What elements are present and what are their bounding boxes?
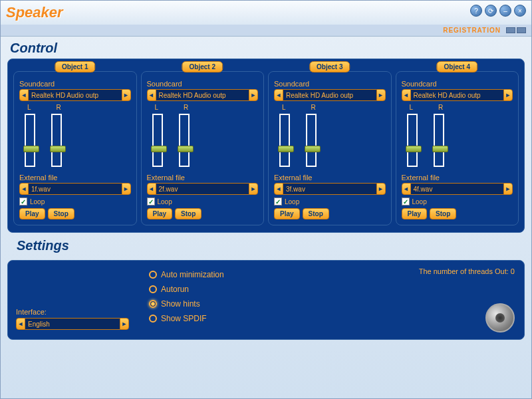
refresh-icon[interactable]: ⟳ xyxy=(485,5,497,17)
chevron-right-icon[interactable]: ► xyxy=(376,89,386,101)
chevron-left-icon[interactable]: ◄ xyxy=(402,183,411,195)
file-dropdown[interactable]: ◄ 3f.wav ► xyxy=(274,183,386,195)
option-label: Show SPDIF xyxy=(161,314,207,323)
chevron-right-icon[interactable]: ► xyxy=(249,183,258,195)
chevron-right-icon[interactable]: ► xyxy=(120,318,129,330)
soundcard-label: Soundcard xyxy=(19,80,131,88)
play-button[interactable]: Play xyxy=(274,208,300,219)
playback-buttons: Play Stop xyxy=(19,208,131,219)
soundcard-value: Realtek HD Audio outp xyxy=(156,89,249,101)
radio-button[interactable] xyxy=(149,300,157,308)
loop-checkbox[interactable]: ✓ xyxy=(147,198,155,205)
right-volume-slider[interactable] xyxy=(306,114,317,167)
chevron-left-icon[interactable]: ◄ xyxy=(19,183,29,195)
loop-label: Loop xyxy=(412,198,427,205)
interface-value: English xyxy=(25,318,120,330)
soundcard-dropdown[interactable]: ◄ Realtek HD Audio outp ► xyxy=(147,89,259,101)
stop-button[interactable]: Stop xyxy=(303,208,329,219)
chevron-right-icon[interactable]: ► xyxy=(503,89,513,101)
registration-label[interactable]: REGISTRATION xyxy=(443,27,501,34)
chevron-left-icon[interactable]: ◄ xyxy=(147,183,156,195)
close-icon[interactable]: × xyxy=(514,5,526,17)
object-panel-1: Object 1 Soundcard ◄ Realtek HD Audio ou… xyxy=(13,71,137,225)
soundcard-dropdown[interactable]: ◄ Realtek HD Audio outp ► xyxy=(402,89,513,101)
help-icon[interactable]: ? xyxy=(470,5,482,17)
loop-checkbox-row: ✓ Loop xyxy=(147,198,259,205)
loop-checkbox[interactable]: ✓ xyxy=(19,198,27,205)
settings-panel: Interface: ◄ English ► Auto minimization… xyxy=(7,260,525,340)
loop-checkbox[interactable]: ✓ xyxy=(274,198,282,205)
chevron-right-icon[interactable]: ► xyxy=(122,89,131,101)
control-heading: Control xyxy=(1,37,531,59)
speaker-icon xyxy=(485,303,515,332)
file-dropdown[interactable]: ◄ 4f.wav ► xyxy=(402,183,513,195)
playback-buttons: Play Stop xyxy=(274,208,386,219)
left-volume-slider[interactable] xyxy=(25,114,35,167)
slider-thumb[interactable] xyxy=(151,146,167,152)
slider-thumb[interactable] xyxy=(23,146,39,152)
option-label: Auto minimization xyxy=(161,270,224,279)
play-button[interactable]: Play xyxy=(402,208,428,219)
loop-label: Loop xyxy=(285,198,299,205)
slider-thumb[interactable] xyxy=(178,146,194,152)
option-label: Show hints xyxy=(161,299,200,309)
volume-sliders xyxy=(274,111,386,171)
chevron-left-icon[interactable]: ◄ xyxy=(274,183,283,195)
lr-labels: LR xyxy=(19,104,131,111)
slider-thumb[interactable] xyxy=(305,146,321,152)
external-file-label: External file xyxy=(19,174,131,182)
right-volume-slider[interactable] xyxy=(51,114,62,167)
interface-dropdown[interactable]: ◄ English ► xyxy=(16,318,129,330)
minimize-icon[interactable]: – xyxy=(499,5,511,17)
slider-thumb[interactable] xyxy=(278,146,294,152)
file-dropdown[interactable]: ◄ 2f.wav ► xyxy=(147,183,259,195)
file-dropdown[interactable]: ◄ 1f.wav ► xyxy=(19,183,131,195)
chevron-left-icon[interactable]: ◄ xyxy=(402,89,411,101)
left-volume-slider[interactable] xyxy=(407,114,418,167)
soundcard-label: Soundcard xyxy=(402,80,513,88)
chevron-right-icon[interactable]: ► xyxy=(503,183,513,195)
chevron-right-icon[interactable]: ► xyxy=(122,183,131,195)
loop-checkbox[interactable]: ✓ xyxy=(402,198,410,205)
chevron-left-icon[interactable]: ◄ xyxy=(147,89,156,101)
radio-button[interactable] xyxy=(149,315,157,323)
chevron-right-icon[interactable]: ► xyxy=(249,89,258,101)
file-value: 2f.wav xyxy=(156,183,249,195)
chevron-right-icon[interactable]: ► xyxy=(376,183,386,195)
object-panel-3: Object 3 Soundcard ◄ Realtek HD Audio ou… xyxy=(268,71,392,225)
chevron-left-icon[interactable]: ◄ xyxy=(274,89,283,101)
chevron-left-icon[interactable]: ◄ xyxy=(16,318,25,330)
stop-button[interactable]: Stop xyxy=(175,208,201,219)
stop-button[interactable]: Stop xyxy=(48,208,74,219)
object-panel-4: Object 4 Soundcard ◄ Realtek HD Audio ou… xyxy=(396,71,519,225)
slider-thumb[interactable] xyxy=(50,146,66,152)
option-label: Autorun xyxy=(161,285,189,294)
play-button[interactable]: Play xyxy=(147,208,173,219)
play-button[interactable]: Play xyxy=(19,208,45,219)
slider-thumb[interactable] xyxy=(432,146,448,152)
soundcard-value: Realtek HD Audio outp xyxy=(29,89,122,101)
settings-heading: Settings xyxy=(7,233,525,256)
slider-thumb[interactable] xyxy=(406,146,422,152)
soundcard-dropdown[interactable]: ◄ Realtek HD Audio outp ► xyxy=(19,89,131,101)
radio-button[interactable] xyxy=(149,285,157,293)
external-file-label: External file xyxy=(147,174,259,182)
left-volume-slider[interactable] xyxy=(152,114,163,167)
panel-tab: Object 1 xyxy=(55,61,95,72)
soundcard-dropdown[interactable]: ◄ Realtek HD Audio outp ► xyxy=(274,89,386,101)
lr-labels: LR xyxy=(402,104,513,111)
chevron-left-icon[interactable]: ◄ xyxy=(19,89,29,101)
right-volume-slider[interactable] xyxy=(179,114,190,167)
radio-button[interactable] xyxy=(149,271,157,279)
loop-checkbox-row: ✓ Loop xyxy=(274,198,386,205)
registration-bar: REGISTRATION xyxy=(1,25,531,37)
panel-tab: Object 4 xyxy=(437,61,477,72)
right-volume-slider[interactable] xyxy=(434,114,444,167)
app-title: Speaker xyxy=(6,4,63,21)
left-volume-slider[interactable] xyxy=(279,114,290,167)
panel-tab: Object 2 xyxy=(182,61,223,72)
settings-left: Interface: ◄ English ► xyxy=(16,267,149,332)
stop-button[interactable]: Stop xyxy=(430,208,456,219)
external-file-label: External file xyxy=(402,174,513,182)
reg-indicator xyxy=(506,27,515,33)
